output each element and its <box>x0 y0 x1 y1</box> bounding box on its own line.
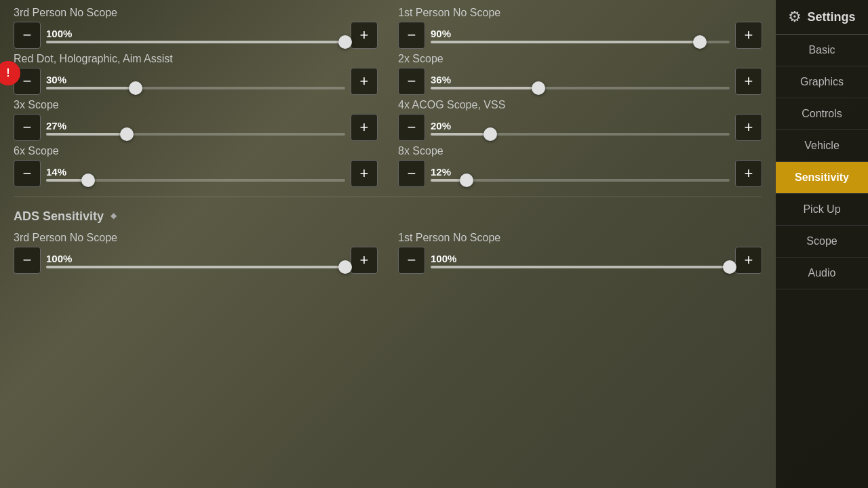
thumb-8x[interactable] <box>460 174 473 187</box>
plus-btn-3x[interactable]: + <box>351 114 378 141</box>
value-ads-1st: 100% <box>431 253 730 264</box>
sidebar-item-graphics[interactable]: Graphics <box>776 66 868 98</box>
sidebar-item-basic[interactable]: Basic <box>776 35 868 66</box>
value-ads-3rd: 100% <box>46 253 345 264</box>
sidebar-header: ⚙ Settings <box>776 0 868 35</box>
minus-btn-ads-1st[interactable]: − <box>398 247 425 274</box>
slider-group-red-dot: Red Dot, Holographic, Aim Assist − 30% + <box>14 53 378 95</box>
thumb-ads-1st[interactable] <box>723 260 736 274</box>
sidebar-item-sensitivity[interactable]: Sensitivity <box>776 162 868 194</box>
value-3x: 27% <box>46 120 345 131</box>
label-4x: 4x ACOG Scope, VSS <box>398 99 762 111</box>
main-content: 3rd Person No Scope − 100% + 1st Person … <box>0 0 776 488</box>
ads-header: ADS Sensitivity ◆ <box>14 204 762 226</box>
thumb-2x[interactable] <box>532 81 545 95</box>
track-3rd-no-scope[interactable] <box>46 41 345 43</box>
fill-ads-1st <box>431 266 730 268</box>
thumb-3rd-no-scope[interactable] <box>338 35 352 49</box>
track-8x[interactable] <box>431 179 730 182</box>
track-3x[interactable] <box>46 133 345 136</box>
slider-ads-3rd: 100% <box>46 253 345 268</box>
plus-btn-6x[interactable]: + <box>351 160 378 187</box>
slider-3rd-no-scope: 100% <box>46 28 345 43</box>
slider-group-8x: 8x Scope − 12% + <box>398 145 762 187</box>
value-3rd-no-scope: 100% <box>46 28 345 39</box>
slider-row-3x: − 27% + <box>14 114 378 141</box>
label-2x: 2x Scope <box>398 53 762 65</box>
sidebar-item-controls[interactable]: Controls <box>776 98 868 130</box>
minus-btn-3rd-no-scope[interactable]: − <box>14 22 41 49</box>
ads-sliders-grid: 3rd Person No Scope − 100% + 1st Person … <box>14 232 762 274</box>
minus-btn-6x[interactable]: − <box>14 160 41 187</box>
slider-4x: 20% <box>431 120 730 136</box>
track-red-dot[interactable] <box>46 87 345 89</box>
label-3rd-no-scope: 3rd Person No Scope <box>14 7 378 19</box>
thumb-6x[interactable] <box>81 174 95 187</box>
value-1st-no-scope: 90% <box>431 28 730 39</box>
settings-icon: ⚙ <box>788 8 802 26</box>
slider-group-ads-1st: 1st Person No Scope − 100% + <box>398 232 762 274</box>
minus-btn-3x[interactable]: − <box>14 114 41 141</box>
label-6x: 6x Scope <box>14 145 378 157</box>
slider-ads-1st: 100% <box>431 253 730 268</box>
label-3x: 3x Scope <box>14 99 378 111</box>
sidebar-item-pickup[interactable]: Pick Up <box>776 194 868 226</box>
plus-btn-ads-3rd[interactable]: + <box>351 247 378 274</box>
fill-ads-3rd <box>46 266 345 268</box>
sidebar-item-scope[interactable]: Scope <box>776 226 868 258</box>
plus-btn-8x[interactable]: + <box>735 160 762 187</box>
track-2x[interactable] <box>431 87 730 89</box>
camera-sensitivity-grid: 3rd Person No Scope − 100% + 1st Person … <box>14 7 762 187</box>
thumb-ads-3rd[interactable] <box>338 260 352 274</box>
slider-row-ads-3rd: − 100% + <box>14 247 378 274</box>
label-ads-1st: 1st Person No Scope <box>398 232 762 244</box>
fill-2x <box>431 87 538 89</box>
slider-group-2x: 2x Scope − 36% + <box>398 53 762 95</box>
slider-row-3rd-no-scope: − 100% + <box>14 22 378 49</box>
slider-6x: 14% <box>46 166 345 182</box>
slider-group-ads-3rd: 3rd Person No Scope − 100% + <box>14 232 378 274</box>
slider-red-dot: 30% <box>46 74 345 89</box>
track-6x[interactable] <box>46 179 345 182</box>
thumb-4x[interactable] <box>484 127 497 141</box>
label-1st-no-scope: 1st Person No Scope <box>398 7 762 19</box>
slider-row-8x: − 12% + <box>398 160 762 187</box>
slider-row-ads-1st: − 100% + <box>398 247 762 274</box>
thumb-red-dot[interactable] <box>129 81 142 95</box>
plus-btn-ads-1st[interactable]: + <box>735 247 762 274</box>
minus-btn-ads-3rd[interactable]: − <box>14 247 41 274</box>
slider-group-4x: 4x ACOG Scope, VSS − 20% + <box>398 99 762 141</box>
slider-row-4x: − 20% + <box>398 114 762 141</box>
label-8x: 8x Scope <box>398 145 762 157</box>
plus-btn-4x[interactable]: + <box>735 114 762 141</box>
thumb-3x[interactable] <box>120 127 134 141</box>
minus-btn-4x[interactable]: − <box>398 114 425 141</box>
track-1st-no-scope[interactable] <box>431 41 730 43</box>
plus-btn-3rd-no-scope[interactable]: + <box>351 22 378 49</box>
sidebar-item-vehicle[interactable]: Vehicle <box>776 130 868 162</box>
fill-3x <box>46 133 127 136</box>
track-ads-3rd[interactable] <box>46 266 345 268</box>
track-4x[interactable] <box>431 133 730 136</box>
sidebar-item-audio[interactable]: Audio <box>776 258 868 289</box>
minus-btn-8x[interactable]: − <box>398 160 425 187</box>
thumb-1st-no-scope[interactable] <box>693 35 707 49</box>
ads-sensitivity-section: ADS Sensitivity ◆ 3rd Person No Scope − … <box>14 197 762 274</box>
track-ads-1st[interactable] <box>431 266 730 268</box>
slider-2x: 36% <box>431 74 730 89</box>
ads-diamond-icon: ◆ <box>111 211 117 220</box>
minus-btn-2x[interactable]: − <box>398 68 425 95</box>
slider-group-6x: 6x Scope − 14% + <box>14 145 378 187</box>
value-4x: 20% <box>431 120 730 131</box>
minus-btn-1st-no-scope[interactable]: − <box>398 22 425 49</box>
label-red-dot: Red Dot, Holographic, Aim Assist <box>14 53 378 65</box>
value-8x: 12% <box>431 166 730 178</box>
fill-4x <box>431 133 490 136</box>
plus-btn-2x[interactable]: + <box>735 68 762 95</box>
plus-btn-red-dot[interactable]: + <box>351 68 378 95</box>
notification-icon: ! <box>6 67 9 79</box>
slider-group-3x: 3x Scope − 27% + <box>14 99 378 141</box>
slider-group-3rd-no-scope: 3rd Person No Scope − 100% + <box>14 7 378 49</box>
label-ads-3rd: 3rd Person No Scope <box>14 232 378 244</box>
plus-btn-1st-no-scope[interactable]: + <box>735 22 762 49</box>
